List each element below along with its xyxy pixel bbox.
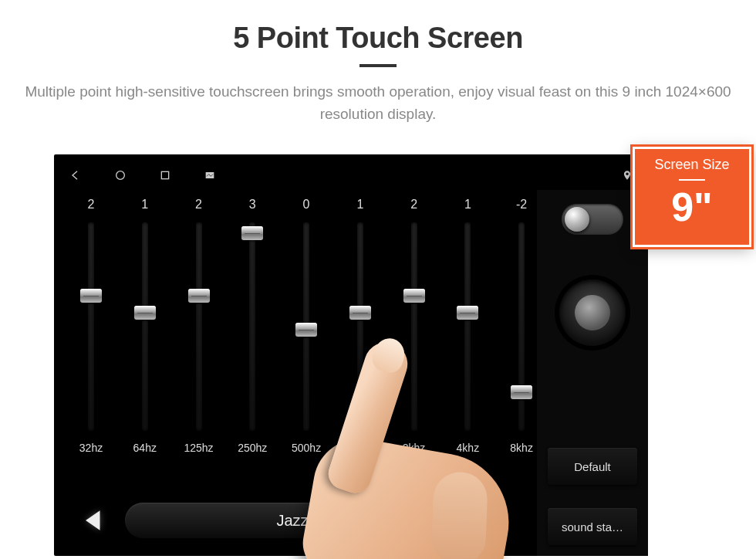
- location-icon: [622, 170, 633, 181]
- eq-value: 1: [356, 198, 363, 216]
- touchscreen-device: 232hz164hz2125hz3250hz0500hz11khz22khz14…: [54, 154, 648, 556]
- eq-thumb[interactable]: [188, 289, 210, 303]
- recent-apps-icon[interactable]: [159, 169, 171, 181]
- eq-thumb[interactable]: [241, 226, 263, 240]
- eq-band-1khz: 11khz: [339, 198, 382, 486]
- eq-freq-label: 32hz: [79, 442, 103, 457]
- eq-freq-label: 1khz: [349, 442, 372, 457]
- eq-value: 2: [410, 198, 417, 216]
- eq-band-125hz: 2125hz: [177, 198, 221, 486]
- eq-slider[interactable]: [464, 222, 471, 431]
- page-title: 5 Point Touch Screen: [0, 22, 756, 55]
- eq-freq-label: 2khz: [403, 442, 426, 457]
- toggle-knob: [565, 207, 589, 232]
- dial-inner: [575, 295, 610, 330]
- eq-thumb[interactable]: [134, 306, 156, 320]
- gallery-icon[interactable]: [204, 169, 216, 181]
- title-underline: [359, 64, 397, 67]
- eq-freq-label: 8khz: [510, 442, 533, 457]
- eq-slider[interactable]: [518, 222, 525, 431]
- page-subtitle: Multiple point high-sensitive touchscree…: [23, 81, 733, 125]
- badge-value: 9": [640, 187, 744, 227]
- eq-slider[interactable]: [88, 222, 94, 431]
- home-icon[interactable]: [114, 169, 127, 181]
- eq-band-4khz: 14khz: [446, 198, 489, 486]
- eq-band-500hz: 0500hz: [285, 198, 328, 486]
- eq-value: 3: [249, 198, 256, 216]
- eq-value: 2: [88, 198, 95, 216]
- eq-toggle[interactable]: [562, 204, 623, 235]
- eq-slider[interactable]: [357, 222, 363, 431]
- android-navbar: [54, 161, 648, 190]
- svg-rect-1: [161, 171, 168, 178]
- eq-freq-label: 250hz: [238, 442, 267, 457]
- eq-slider[interactable]: [303, 222, 309, 431]
- eq-thumb[interactable]: [457, 306, 478, 320]
- sound-stage-button[interactable]: sound sta…: [548, 508, 637, 545]
- eq-thumb[interactable]: [511, 385, 532, 399]
- badge-label: Screen Size: [640, 157, 744, 173]
- eq-slider[interactable]: [411, 222, 417, 431]
- eq-value: 2: [195, 198, 202, 216]
- eq-value: 1: [464, 198, 471, 216]
- screen-size-badge: Screen Size 9": [633, 147, 751, 247]
- eq-slider[interactable]: [249, 222, 255, 431]
- eq-thumb[interactable]: [80, 289, 102, 303]
- side-panel: Default sound sta…: [534, 190, 648, 556]
- svg-point-0: [116, 171, 125, 180]
- eq-value: -2: [516, 198, 527, 216]
- default-button[interactable]: Default: [548, 448, 637, 485]
- eq-value: 0: [303, 198, 310, 216]
- eq-thumb[interactable]: [295, 323, 317, 337]
- preset-next-button[interactable]: [474, 503, 509, 538]
- eq-value: 1: [141, 198, 148, 216]
- eq-thumb[interactable]: [403, 289, 425, 303]
- eq-band-64hz: 164hz: [123, 198, 167, 486]
- eq-slider[interactable]: [142, 222, 148, 431]
- preset-name[interactable]: Jazz: [125, 503, 460, 538]
- eq-freq-label: 64hz: [133, 442, 157, 457]
- eq-freq-label: 4khz: [457, 442, 480, 457]
- eq-freq-label: 125hz: [184, 442, 213, 457]
- eq-band-32hz: 232hz: [69, 198, 113, 486]
- eq-band-250hz: 3250hz: [231, 198, 274, 486]
- eq-freq-label: 500hz: [292, 442, 321, 457]
- eq-band-2khz: 22khz: [393, 198, 436, 486]
- eq-thumb[interactable]: [349, 306, 371, 320]
- eq-slider[interactable]: [196, 222, 202, 431]
- volume-dial[interactable]: [559, 280, 626, 346]
- back-icon[interactable]: [69, 169, 82, 181]
- preset-prev-button[interactable]: [76, 503, 111, 538]
